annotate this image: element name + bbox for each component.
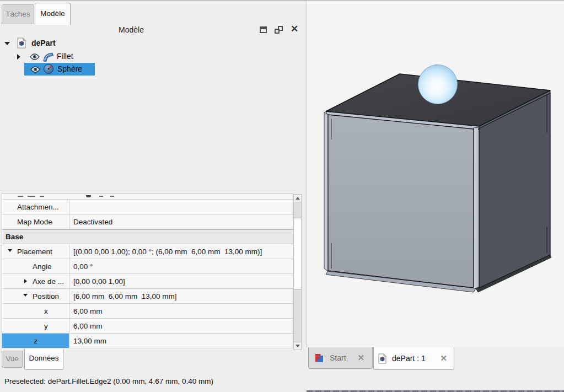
eye-icon [30,66,40,73]
property-row-angle[interactable]: Angle 0,00 ° [2,259,293,274]
chevron-down-icon[interactable] [23,294,28,297]
3d-viewport[interactable] [307,1,564,347]
3d-scene[interactable] [307,1,564,347]
property-value[interactable]: [6,00 mm 6,00 mm 13,00 mm] [69,292,293,300]
scroll-down-button[interactable] [294,342,301,350]
close-icon[interactable]: ✕ [355,353,367,363]
property-name[interactable]: Axe de ... [2,274,69,288]
document-tab-depart[interactable]: dePart : 1 ✕ [373,347,454,370]
sphere-icon [43,63,54,74]
dock-icon [260,26,267,33]
document-tab-label: dePart : 1 [392,354,426,363]
tab-modele[interactable]: Modèle [35,3,71,25]
chevron-right-icon[interactable] [24,279,27,283]
freecad-logo-icon [314,353,324,363]
tree-label-depart: dePart [31,37,56,50]
chevron-down-icon[interactable] [8,249,12,252]
freecad-window: Tâches Modèle Modèle ✕ dePart Fille [0,0,564,392]
float-button[interactable] [273,24,284,35]
property-value[interactable]: 6,00 mm [69,307,293,315]
property-name[interactable]: Position [2,289,69,303]
property-value[interactable]: Deactivated [69,218,293,226]
document-part-icon [378,353,386,364]
tree-label-fillet: Fillet [57,50,73,63]
property-row-z[interactable]: z 13,00 mm [2,334,293,348]
scrollbar-thumb[interactable] [294,218,301,289]
close-panel-button[interactable]: ✕ [289,24,300,35]
property-row-attachment[interactable]: Attachmen... [2,200,293,214]
property-group-base[interactable]: Base [2,229,293,244]
property-row-x[interactable]: x 6,00 mm [2,304,293,319]
scroll-up-button[interactable] [294,195,301,202]
scroll-up-icon [296,197,300,200]
tab-taches[interactable]: Tâches [2,4,34,24]
property-row-placement[interactable]: Placement [(0,00 0,00 1,00); 0,00 °; (6,… [2,244,293,259]
float-icon [275,26,283,34]
property-name[interactable]: Map Mode [2,214,69,229]
tree-item-depart[interactable]: dePart [0,37,302,50]
property-value[interactable]: 0,00 ° [69,262,293,271]
tab-vue[interactable]: Vue [2,351,23,368]
document-tab-label: Start [330,353,346,362]
property-value[interactable]: [(0,00 0,00 1,00); 0,00 °; (6,00 mm 6,00… [69,248,293,256]
property-scrollbar[interactable] [293,194,302,350]
property-name[interactable]: Angle [2,259,69,273]
property-row-axis[interactable]: Axe de ... [0,00 0,00 1,00] [2,274,293,289]
property-name[interactable]: x [2,304,69,318]
property-name[interactable]: y [2,319,69,333]
close-icon: ✕ [291,24,298,35]
property-row-map-mode[interactable]: Map Mode Deactivated [2,214,293,229]
eye-icon [30,53,40,60]
document-part-icon [17,37,26,49]
property-value[interactable]: 6,00 mm [69,322,293,330]
chevron-down-icon[interactable] [4,42,10,45]
close-icon[interactable]: ✕ [438,353,449,363]
clipped-row [2,194,293,200]
property-row-y[interactable]: y 6,00 mm [2,319,293,334]
property-value[interactable]: 13,00 mm [69,337,293,345]
property-row-position[interactable]: Position [6,00 mm 6,00 mm 13,00 mm] [2,289,293,304]
tree-item-fillet[interactable]: Fillet [0,50,302,63]
status-bar-text: Preselected: dePart.Fillet.Edge2 (0.00 m… [4,377,213,385]
tab-donnees[interactable]: Données [24,349,63,370]
property-editor: Attachmen... Map Mode Deactivated Base P… [2,194,293,350]
scroll-down-icon [296,345,300,347]
chevron-right-icon[interactable] [17,54,20,60]
property-name[interactable]: Placement [2,244,69,259]
fillet-icon [42,52,54,62]
property-value[interactable]: [0,00 0,00 1,00] [69,277,293,286]
tree-label-sphere: Sphère [57,63,82,76]
dock-button[interactable] [257,24,268,35]
panel-title: Modèle [97,25,165,34]
tree-item-sphere[interactable]: Sphère [0,63,302,76]
property-name[interactable]: Attachmen... [2,200,69,214]
document-tab-start[interactable]: Start ✕ [308,347,373,369]
property-name-selected[interactable]: z [2,334,69,348]
